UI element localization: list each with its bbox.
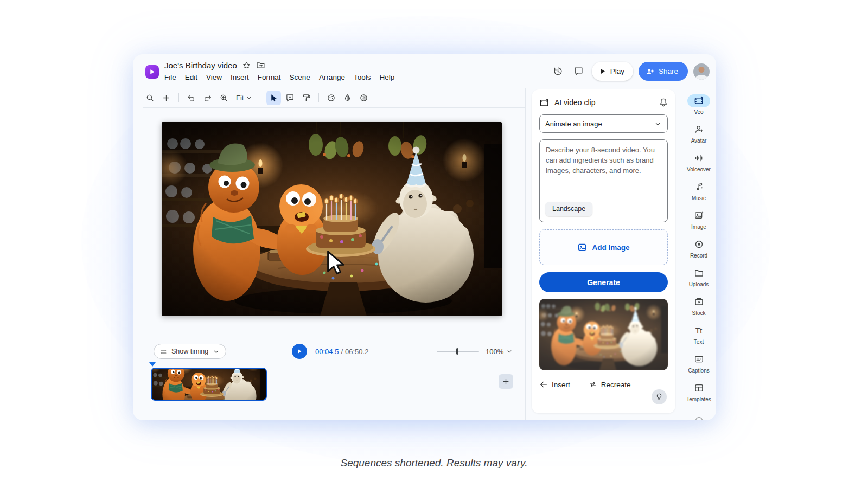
music-icon <box>687 181 710 194</box>
add-icon[interactable] <box>159 91 174 105</box>
comments-icon[interactable] <box>571 64 586 79</box>
rail-item-stock[interactable]: Stock <box>683 291 714 320</box>
show-timing-dropdown[interactable]: Show timing <box>154 344 226 359</box>
preview-play-button[interactable] <box>292 344 307 359</box>
share-button[interactable]: Share <box>639 62 688 81</box>
voiceover-icon <box>687 152 710 165</box>
transparency-icon[interactable] <box>356 91 371 105</box>
veo-icon <box>687 94 710 107</box>
comment-add-icon[interactable] <box>283 91 297 105</box>
menu-scene[interactable]: Scene <box>290 73 310 81</box>
playhead-marker[interactable] <box>149 362 156 367</box>
toolbar-divider <box>318 93 319 102</box>
ai-clip-icon <box>539 98 550 108</box>
rail-item-record[interactable]: Record <box>683 234 714 262</box>
menu-edit[interactable]: Edit <box>185 73 197 81</box>
account-avatar[interactable] <box>693 63 710 80</box>
image-sparkle-icon <box>687 209 710 222</box>
document-title[interactable]: Joe's Birthday video <box>164 61 237 70</box>
vids-logo-icon[interactable] <box>145 65 159 79</box>
playback-controls: Show timing 00:04.5 / 06:50.2 100% <box>133 343 525 359</box>
menu-bar: File Edit View Insert Format Scene Arran… <box>164 73 394 81</box>
menu-file[interactable]: File <box>164 73 176 81</box>
rail-item-uploads[interactable]: Uploads <box>683 262 714 291</box>
video-frame-scene <box>162 122 502 316</box>
rail-item-avatar[interactable]: Avatar <box>683 119 714 147</box>
plus-icon <box>502 377 510 386</box>
show-timing-icon <box>159 348 168 356</box>
star-icon[interactable] <box>242 61 251 70</box>
insert-button[interactable]: Insert <box>537 380 572 389</box>
record-icon <box>687 238 710 251</box>
menu-tools[interactable]: Tools <box>354 73 371 81</box>
total-time: 06:50.2 <box>345 348 368 356</box>
app-window: Joe's Birthday video File Edit View Inse… <box>133 54 716 420</box>
version-history-icon[interactable] <box>551 64 566 79</box>
play-button[interactable]: Play <box>592 62 633 81</box>
generated-preview[interactable] <box>539 299 668 370</box>
panel-divider <box>525 88 526 420</box>
rail-item-templates[interactable]: Templates <box>683 377 714 406</box>
undo-icon[interactable] <box>184 91 199 105</box>
lightbulb-icon <box>655 393 663 401</box>
rail-item-music[interactable]: Music <box>683 176 714 205</box>
select-tool-icon[interactable] <box>266 91 281 105</box>
tips-lightbulb-button[interactable] <box>652 389 667 404</box>
editor-toolbar: Fit <box>143 88 525 108</box>
menu-insert[interactable]: Insert <box>231 73 249 81</box>
menu-help[interactable]: Help <box>379 73 394 81</box>
add-image-button[interactable]: Add image <box>539 229 668 265</box>
aspect-ratio-chip[interactable]: Landscape <box>545 202 592 216</box>
menu-arrange[interactable]: Arrange <box>319 73 345 81</box>
toolbar-divider <box>261 93 261 102</box>
arrow-left-icon <box>539 380 548 389</box>
tools-rail: Veo Avatar Voiceover Music Image Record … <box>683 90 714 420</box>
chevron-down-icon <box>506 348 513 355</box>
stock-media-icon <box>687 296 710 309</box>
app-header: Joe's Birthday video File Edit View Inse… <box>133 54 716 88</box>
person-add-icon <box>646 67 654 76</box>
rail-item-veo[interactable]: Veo <box>683 90 714 119</box>
play-icon <box>598 67 607 75</box>
bell-icon[interactable] <box>658 97 669 108</box>
image-icon <box>577 242 587 252</box>
mode-select[interactable]: Animate an image <box>539 114 668 133</box>
ai-video-clip-panel: AI video clip Animate an image Describe … <box>532 89 675 413</box>
captions-icon <box>687 353 710 366</box>
fit-zoom-dropdown[interactable]: Fit <box>233 91 256 105</box>
chevron-down-icon <box>212 348 220 356</box>
redo-icon[interactable] <box>200 91 215 105</box>
menu-view[interactable]: View <box>206 73 222 81</box>
add-scene-button[interactable] <box>499 374 513 389</box>
rail-item-text[interactable]: Tt Text <box>683 320 714 349</box>
zoom-slider[interactable] <box>437 351 479 352</box>
generate-button[interactable]: Generate <box>539 272 668 292</box>
move-folder-icon[interactable] <box>256 61 265 70</box>
rail-item-image[interactable]: Image <box>683 205 714 234</box>
color-palette-icon[interactable] <box>324 91 339 105</box>
video-canvas[interactable] <box>162 122 502 316</box>
chevron-down-icon <box>654 120 662 128</box>
chevron-down-icon <box>245 94 253 101</box>
zoom-in-icon[interactable] <box>216 91 231 105</box>
menu-format[interactable]: Format <box>258 73 281 81</box>
avatar-icon <box>687 123 710 136</box>
disclaimer-caption: Sequences shortened. Results may vary. <box>0 457 868 469</box>
scene-thumbnail[interactable] <box>151 368 267 401</box>
templates-icon <box>687 382 710 395</box>
zoom-level-dropdown[interactable]: 100% <box>486 343 513 359</box>
text-icon: Tt <box>687 324 710 337</box>
rail-item-captions[interactable]: Captions <box>683 349 714 377</box>
prompt-textarea[interactable]: Describe your 8-second video. You can ad… <box>539 139 668 222</box>
zoom-slider-handle[interactable] <box>456 348 458 355</box>
timeline-filmstrip <box>133 361 525 413</box>
color-fill-droplet-icon[interactable] <box>340 91 355 105</box>
rail-item-voiceover[interactable]: Voiceover <box>683 147 714 176</box>
paint-format-icon[interactable] <box>299 91 314 105</box>
recreate-icon <box>589 380 597 389</box>
recreate-button[interactable]: Recreate <box>586 380 633 389</box>
time-display: 00:04.5 / 06:50.2 <box>315 343 368 359</box>
rail-more-icon[interactable] <box>683 406 714 420</box>
cursor-pointer-icon <box>324 250 347 277</box>
search-icon[interactable] <box>143 91 157 105</box>
